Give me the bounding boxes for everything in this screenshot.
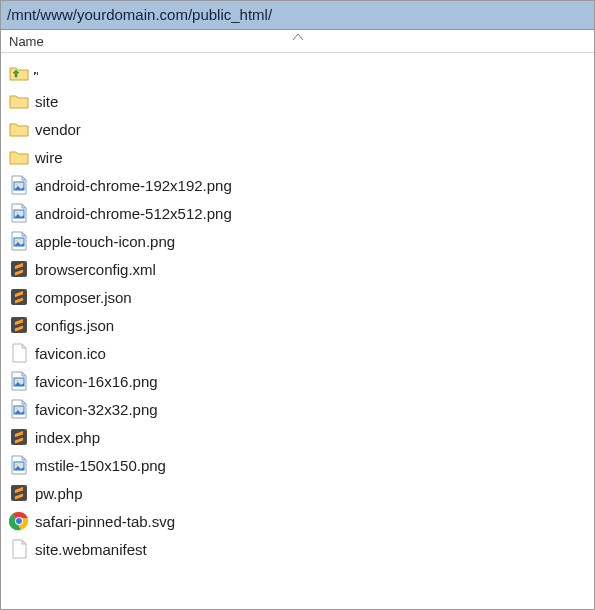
path-text: /mnt/www/yourdomain.com/public_html/ [7, 6, 272, 23]
sublime-file-icon [9, 259, 29, 279]
chrome-file-icon [9, 511, 29, 531]
file-row[interactable]: browserconfig.xml [5, 255, 590, 283]
file-row[interactable]: site.webmanifest [5, 535, 590, 563]
svg-point-12 [16, 408, 18, 410]
file-row[interactable]: index.php [5, 423, 590, 451]
file-row[interactable]: favicon.ico [5, 339, 590, 367]
file-name: mstile-150x150.png [35, 457, 166, 474]
file-name: apple-touch-icon.png [35, 233, 175, 250]
file-name: composer.json [35, 289, 132, 306]
path-bar[interactable]: /mnt/www/yourdomain.com/public_html/ [1, 1, 594, 30]
column-header-name[interactable]: Name [1, 32, 52, 51]
svg-point-1 [16, 184, 18, 186]
folder-icon [9, 119, 29, 139]
folder-row[interactable] [5, 59, 590, 87]
svg-rect-13 [11, 429, 27, 445]
image-file-icon [9, 231, 29, 251]
sublime-file-icon [9, 287, 29, 307]
folder-icon [9, 147, 29, 167]
file-row[interactable]: pw.php [5, 479, 590, 507]
file-row[interactable]: favicon-16x16.png [5, 367, 590, 395]
file-row[interactable]: safari-pinned-tab.svg [5, 507, 590, 535]
file-name: vendor [35, 121, 81, 138]
sublime-file-icon [9, 483, 29, 503]
file-name: favicon-32x32.png [35, 401, 158, 418]
folder-icon [9, 91, 29, 111]
file-name: site.webmanifest [35, 541, 147, 558]
file-name: favicon.ico [35, 345, 106, 362]
svg-point-5 [16, 240, 18, 242]
image-file-icon [9, 399, 29, 419]
file-row[interactable]: android-chrome-512x512.png [5, 199, 590, 227]
image-file-icon [9, 203, 29, 223]
file-name: browserconfig.xml [35, 261, 156, 278]
file-row[interactable]: composer.json [5, 283, 590, 311]
image-file-icon [9, 455, 29, 475]
file-name: wire [35, 149, 63, 166]
file-name: index.php [35, 429, 100, 446]
blank-file-icon [9, 343, 29, 363]
file-name: configs.json [35, 317, 114, 334]
file-panel: /mnt/www/yourdomain.com/public_html/ Nam… [0, 0, 595, 610]
svg-rect-16 [11, 485, 27, 501]
folder-row[interactable]: wire [5, 143, 590, 171]
file-row[interactable]: android-chrome-192x192.png [5, 171, 590, 199]
folder-up-icon [9, 63, 29, 83]
file-row[interactable]: favicon-32x32.png [5, 395, 590, 423]
file-name: android-chrome-512x512.png [35, 205, 232, 222]
file-name: site [35, 93, 58, 110]
sort-indicator-icon [293, 32, 303, 42]
file-row[interactable]: apple-touch-icon.png [5, 227, 590, 255]
svg-point-3 [16, 212, 18, 214]
image-file-icon [9, 371, 29, 391]
blank-file-icon [9, 539, 29, 559]
file-name: android-chrome-192x192.png [35, 177, 232, 194]
svg-rect-8 [11, 317, 27, 333]
folder-row[interactable]: vendor [5, 115, 590, 143]
file-name: pw.php [35, 485, 83, 502]
svg-point-10 [16, 380, 18, 382]
file-list[interactable]: sitevendorwireandroid-chrome-192x192.png… [1, 53, 594, 609]
svg-point-15 [16, 464, 18, 466]
file-name: safari-pinned-tab.svg [35, 513, 175, 530]
folder-row[interactable]: site [5, 87, 590, 115]
svg-rect-6 [11, 261, 27, 277]
svg-rect-7 [11, 289, 27, 305]
image-file-icon [9, 175, 29, 195]
column-header-row: Name [1, 30, 594, 53]
file-name: favicon-16x16.png [35, 373, 158, 390]
sublime-file-icon [9, 315, 29, 335]
file-row[interactable]: configs.json [5, 311, 590, 339]
svg-point-19 [16, 518, 22, 524]
file-row[interactable]: mstile-150x150.png [5, 451, 590, 479]
sublime-file-icon [9, 427, 29, 447]
